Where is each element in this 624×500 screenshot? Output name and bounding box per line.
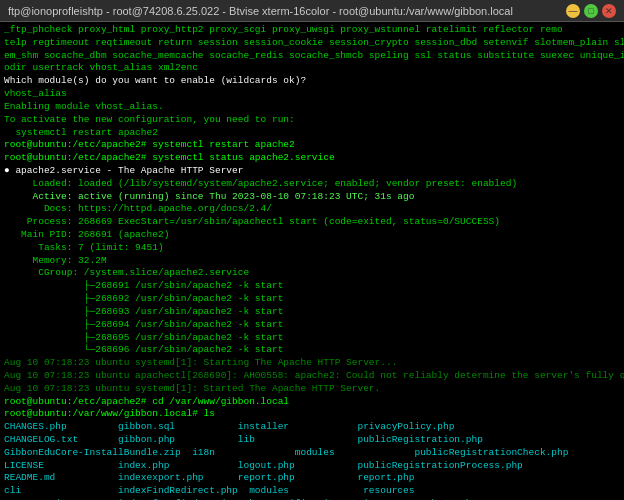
terminal-line: root@ubuntu:/var/www/gibbon.local# ls [4,408,620,421]
terminal-line: systemctl restart apache2 [4,127,620,140]
maximize-button[interactable]: □ [584,4,598,18]
terminal-line: vhost_alias [4,88,620,101]
terminal-line: Aug 10 07:18:23 ubuntu systemd[1]: Start… [4,383,620,396]
terminal-line: ├─268691 /usr/sbin/apache2 -k start [4,280,620,293]
terminal-line: └─268696 /usr/sbin/apache2 -k start [4,344,620,357]
terminal-line: Main PID: 268691 (apache2) [4,229,620,242]
terminal-line: ├─268695 /usr/sbin/apache2 -k start [4,332,620,345]
terminal-line: GibbonEduCore-InstallBundle.zip i18n mod… [4,447,620,460]
terminal-line: telp regtimeout reqtimeout return sessio… [4,37,620,50]
minimize-button[interactable]: — [566,4,580,18]
terminal-line: ● apache2.service - The Apache HTTP Serv… [4,165,620,178]
terminal-line: To activate the new configuration, you n… [4,114,620,127]
terminal-line: _ftp_phcheck proxy_html proxy_http2 prox… [4,24,620,37]
title-text: ftp@ionoprofleishtp - root@74208.6.25.02… [8,5,513,17]
close-button[interactable]: ✕ [602,4,616,18]
terminal-line: root@ubuntu:/etc/apache2# systemctl rest… [4,139,620,152]
terminal-line: README.md indexexport.php report.php rep… [4,472,620,485]
terminal-line: Tasks: 7 (limit: 9451) [4,242,620,255]
terminal-line: Memory: 32.2M [4,255,620,268]
terminal-line: Enabling module vhost_alias. [4,101,620,114]
terminal-line: em_shm socache_dbm socache_memcache soca… [4,50,620,63]
terminal-line: root@ubuntu:/etc/apache2# systemctl stat… [4,152,620,165]
terminal-line: Docs: https://httpd.apache.org/docs/2.4/ [4,203,620,216]
terminal-line: ├─268692 /usr/sbin/apache2 -k start [4,293,620,306]
terminal-line: Aug 10 07:18:23 ubuntu apachectl[268690]… [4,370,620,383]
terminal-line: LICENSE index.php logout.php publicRegis… [4,460,620,473]
terminal-line: Loaded: loaded (/lib/systemd/system/apac… [4,178,620,191]
terminal-line: Aug 10 07:18:23 ubuntu systemd[1]: Start… [4,357,620,370]
terminal-line: Which module(s) do you want to enable (w… [4,75,620,88]
terminal-line: Active: active (running) since Thu 2023-… [4,191,620,204]
terminal-line: odir usertrack vhost_alias xml2enc [4,62,620,75]
terminal-line: CGroup: /system.slice/apache2.service [4,267,620,280]
terminal-line: ├─268694 /usr/sbin/apache2 -k start [4,319,620,332]
terminal-line: cli indexFindRedirect.php modules resour… [4,485,620,498]
terminal-line: CHANGES.php gibbon.sql installer privacy… [4,421,620,434]
title-bar: ftp@ionoprofleishtp - root@74208.6.25.02… [0,0,624,22]
terminal-line: CHANGELOG.txt gibbon.php lib publicRegis… [4,434,620,447]
terminal-line: root@ubuntu:/etc/apache2# cd /var/www/gi… [4,396,620,409]
terminal-line: Process: 268669 ExecStart=/usr/sbin/apac… [4,216,620,229]
terminal-line: ├─268693 /usr/sbin/apache2 -k start [4,306,620,319]
terminal[interactable]: _ftp_phcheck proxy_html proxy_http2 prox… [0,22,624,500]
